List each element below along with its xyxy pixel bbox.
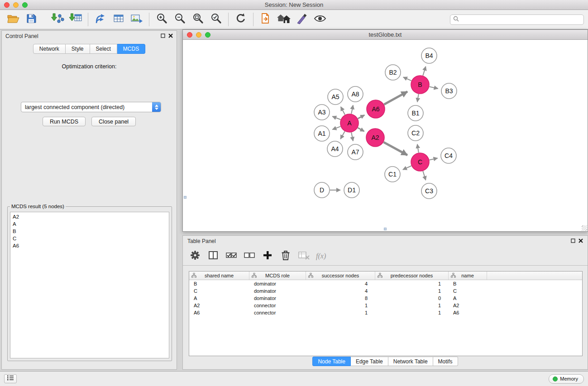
- graph-node-D1[interactable]: D1: [344, 182, 359, 198]
- network-from-clipboard-button[interactable]: [257, 11, 275, 28]
- create-column-button[interactable]: [260, 248, 275, 264]
- run-mcds-button[interactable]: Run MCDS: [43, 117, 86, 126]
- zoom-network-button[interactable]: [205, 32, 210, 38]
- graph-node-C1[interactable]: C1: [385, 167, 400, 182]
- close-panel-icon[interactable]: [168, 33, 173, 39]
- mcds-result-item[interactable]: A6: [10, 242, 169, 249]
- select-all-columns-button[interactable]: [224, 248, 239, 264]
- task-history-button[interactable]: [4, 374, 17, 383]
- float-panel-icon[interactable]: [161, 33, 165, 39]
- new-network-button[interactable]: [91, 11, 110, 28]
- graph-node-A1[interactable]: A1: [314, 126, 330, 141]
- import-table-button[interactable]: [67, 11, 85, 28]
- apply-layout-button[interactable]: [232, 11, 250, 28]
- table-row[interactable]: A2connector11A2: [189, 302, 582, 309]
- zoom-fit-button[interactable]: [189, 11, 207, 28]
- delete-table-button[interactable]: [296, 248, 311, 264]
- home-view-button[interactable]: [275, 11, 293, 28]
- style-brush-button[interactable]: [293, 11, 311, 28]
- mcds-result-item[interactable]: C: [10, 235, 169, 242]
- import-network-button[interactable]: [48, 11, 67, 28]
- control-tab-network[interactable]: Network: [33, 44, 66, 54]
- zoom-window-button[interactable]: [22, 2, 28, 8]
- function-builder-button[interactable]: f(x): [316, 252, 326, 260]
- show-columns-button[interactable]: [206, 248, 221, 264]
- graph-node-C4[interactable]: C4: [441, 148, 456, 163]
- graph-edge-C-C4[interactable]: [430, 158, 438, 160]
- graph-node-B4[interactable]: B4: [421, 48, 437, 63]
- graph-edge-C-C3[interactable]: [423, 171, 425, 180]
- graph-node-A6[interactable]: A6: [367, 100, 385, 118]
- export-image-button[interactable]: [128, 11, 146, 28]
- tab-node-table[interactable]: Node Table: [312, 357, 351, 366]
- close-table-panel-icon[interactable]: [578, 238, 583, 244]
- graph-node-A3[interactable]: A3: [314, 105, 330, 120]
- open-session-button[interactable]: [4, 11, 22, 28]
- delete-column-button[interactable]: [278, 248, 293, 264]
- tab-network-table[interactable]: Network Table: [388, 357, 433, 366]
- column-header-name[interactable]: name: [449, 272, 487, 280]
- graph-edge-A-A8[interactable]: [351, 105, 353, 114]
- mcds-result-list[interactable]: A2ABCA6: [10, 212, 169, 358]
- table-row[interactable]: Bdominator41B: [189, 280, 582, 287]
- graph-edge-A-A6[interactable]: [358, 115, 365, 119]
- table-row[interactable]: Cdominator41C: [189, 287, 582, 295]
- mcds-result-item[interactable]: B: [10, 228, 169, 235]
- table-settings-button[interactable]: [187, 248, 203, 264]
- save-session-button[interactable]: [22, 11, 40, 28]
- zoom-out-button[interactable]: [171, 11, 189, 28]
- resize-grip[interactable]: [582, 225, 587, 231]
- network-window-titlebar[interactable]: testGlobe.txt: [183, 30, 588, 40]
- graph-node-D[interactable]: D: [314, 182, 330, 198]
- memory-button[interactable]: Memory: [549, 374, 584, 384]
- graph-node-A5[interactable]: A5: [328, 89, 343, 105]
- tab-motifs[interactable]: Motifs: [433, 357, 458, 366]
- graph-node-B1[interactable]: B1: [408, 105, 423, 121]
- table-row[interactable]: A6connector11A6: [189, 309, 582, 316]
- graph-node-A7[interactable]: A7: [348, 144, 363, 160]
- graph-node-A2[interactable]: A2: [366, 129, 384, 147]
- unselect-all-columns-button[interactable]: [242, 248, 257, 264]
- close-network-button[interactable]: [187, 32, 192, 38]
- graph-edge-A-A5[interactable]: [341, 107, 345, 115]
- control-tab-mcds[interactable]: MCDS: [117, 44, 145, 54]
- tab-edge-table[interactable]: Edge Table: [351, 357, 388, 366]
- graph-edge-C-C1[interactable]: [403, 166, 411, 170]
- graph-edge-B-B4[interactable]: [423, 67, 425, 76]
- column-header-successor-nodes[interactable]: successor nodes: [306, 272, 375, 280]
- zoom-in-button[interactable]: [153, 11, 171, 28]
- graph-node-A4[interactable]: A4: [327, 141, 343, 157]
- minimize-network-button[interactable]: [196, 32, 201, 38]
- graph-edge-B-B2[interactable]: [403, 77, 411, 81]
- graph-node-B3[interactable]: B3: [441, 83, 457, 99]
- graph-node-C3[interactable]: C3: [421, 183, 437, 199]
- column-header-MCDS-role[interactable]: MCDS role: [249, 272, 306, 280]
- graph-edge-A-A3[interactable]: [332, 116, 340, 119]
- table-row[interactable]: Adominator80A: [189, 295, 582, 302]
- graph-node-C2[interactable]: C2: [408, 125, 423, 141]
- graph-edge-B-B1[interactable]: [417, 94, 419, 102]
- graph-node-B[interactable]: B: [411, 76, 429, 94]
- show-graphics-button[interactable]: [311, 11, 329, 28]
- graph-edge-C-C2[interactable]: [417, 144, 419, 153]
- mcds-result-item[interactable]: A: [10, 220, 169, 228]
- new-table-button[interactable]: [110, 11, 128, 28]
- graph-edge-A-A4[interactable]: [340, 131, 345, 139]
- float-table-panel-icon[interactable]: [571, 238, 575, 244]
- graph-node-A[interactable]: A: [340, 114, 359, 132]
- criterion-dropdown[interactable]: largest connected component (directed): [21, 102, 161, 112]
- column-header-shared-name[interactable]: shared name: [189, 272, 249, 280]
- mcds-result-item[interactable]: A2: [10, 213, 169, 220]
- zoom-selected-button[interactable]: [207, 11, 225, 28]
- control-tab-style[interactable]: Style: [66, 44, 90, 54]
- control-tab-select[interactable]: Select: [90, 44, 117, 54]
- network-canvas[interactable]: B4B2BB3A5A8A6B1A3AC2A1A2A4A7C4CC1C3DD1: [183, 40, 588, 231]
- graph-edge-A-A1[interactable]: [332, 126, 340, 129]
- graph-edge-A6-B[interactable]: [384, 91, 407, 105]
- minimize-window-button[interactable]: [13, 2, 19, 8]
- graph-edge-B-B3[interactable]: [430, 87, 438, 89]
- column-header-predecessor-nodes[interactable]: predecessor nodes: [375, 272, 449, 280]
- close-panel-button[interactable]: Close panel: [91, 117, 136, 126]
- graph-edge-A-A7[interactable]: [351, 133, 353, 141]
- graph-node-A8[interactable]: A8: [348, 86, 363, 102]
